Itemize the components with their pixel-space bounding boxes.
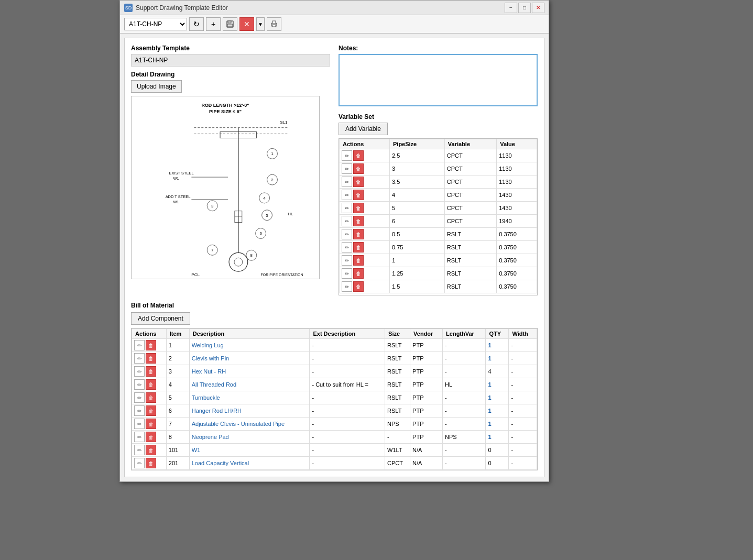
var-variable-cell: RSLT <box>444 254 496 267</box>
restore-button[interactable]: □ <box>518 3 531 13</box>
var-edit-button[interactable]: ✏ <box>342 242 352 252</box>
add-component-button[interactable]: Add Component <box>131 312 190 325</box>
notes-label: Notes: <box>339 45 538 52</box>
bom-delete-button[interactable]: 🗑 <box>146 379 156 390</box>
bom-edit-button[interactable]: ✏ <box>134 353 145 364</box>
var-edit-button[interactable]: ✏ <box>342 281 352 292</box>
bom-size-cell: RSLT <box>385 365 410 378</box>
var-edit-button[interactable]: ✏ <box>342 190 352 200</box>
bom-description-cell: W1 <box>189 444 310 457</box>
variable-row: ✏ 🗑 1 RSLT 0.3750 <box>340 254 537 267</box>
variable-table: Actions PipeSize Variable Value ✏ 🗑 2.5 … <box>339 139 537 293</box>
bom-edit-button[interactable]: ✏ <box>134 405 145 416</box>
bom-delete-button[interactable]: 🗑 <box>146 445 156 455</box>
bom-vendor-cell: N/A <box>410 457 443 470</box>
var-pipesize-cell: 1 <box>390 254 445 267</box>
bom-delete-button[interactable]: 🗑 <box>146 458 156 468</box>
bom-row: ✏ 🗑 5 Turnbuckle - RSLT PTP - 1 - <box>132 391 537 404</box>
var-delete-button[interactable]: 🗑 <box>353 203 364 213</box>
notes-textarea[interactable] <box>339 54 538 106</box>
var-delete-button[interactable]: 🗑 <box>353 242 364 252</box>
var-edit-button[interactable]: ✏ <box>342 216 352 226</box>
bom-ext-desc-cell: - <box>310 444 385 457</box>
assembly-template-label: Assembly Template <box>131 45 330 52</box>
bom-size-cell: RSLT <box>385 404 410 418</box>
var-delete-button[interactable]: 🗑 <box>353 190 364 200</box>
var-delete-button[interactable]: 🗑 <box>353 229 364 239</box>
var-delete-button[interactable]: 🗑 <box>353 255 364 266</box>
bom-delete-button[interactable]: 🗑 <box>146 340 156 350</box>
var-actions-cell: ✏ 🗑 <box>340 241 390 254</box>
bom-edit-button[interactable]: ✏ <box>134 340 145 350</box>
svg-text:ADD T STEEL: ADD T STEEL <box>166 194 191 199</box>
minimize-button[interactable]: − <box>505 3 517 13</box>
svg-text:5: 5 <box>266 213 268 218</box>
bom-edit-button[interactable]: ✏ <box>134 419 145 429</box>
bom-width-cell: - <box>509 444 537 457</box>
var-value-cell: 1940 <box>497 215 537 228</box>
template-select[interactable]: A1T-CH-NP <box>124 18 187 30</box>
bom-vendor-cell: PTP <box>410 365 443 378</box>
detail-drawing-label: Detail Drawing <box>131 71 330 78</box>
variable-row: ✏ 🗑 5 CPCT 1430 <box>340 202 537 215</box>
svg-rect-6 <box>132 96 319 279</box>
var-delete-button[interactable]: 🗑 <box>353 177 364 187</box>
bom-delete-button[interactable]: 🗑 <box>146 353 156 364</box>
var-edit-button[interactable]: ✏ <box>342 268 352 279</box>
bom-col-size: Size <box>385 329 410 339</box>
var-variable-cell: CPCT <box>444 162 496 175</box>
var-actions-cell: ✏ 🗑 <box>340 280 390 293</box>
bom-edit-button[interactable]: ✏ <box>134 366 145 377</box>
bom-width-cell: - <box>509 339 537 352</box>
add-variable-button[interactable]: Add Variable <box>339 123 388 135</box>
var-edit-button[interactable]: ✏ <box>342 203 352 213</box>
assembly-template-input[interactable] <box>131 54 330 67</box>
print-button[interactable] <box>267 17 281 31</box>
bom-size-cell: W1LT <box>385 444 410 457</box>
bom-ext-desc-cell: - <box>310 339 385 352</box>
var-delete-button[interactable]: 🗑 <box>353 281 364 292</box>
refresh-button[interactable]: ↻ <box>189 17 204 31</box>
bom-edit-button[interactable]: ✏ <box>134 379 145 390</box>
bom-delete-button[interactable]: 🗑 <box>146 432 156 442</box>
bom-edit-button[interactable]: ✏ <box>134 445 145 455</box>
bom-edit-button[interactable]: ✏ <box>134 458 145 468</box>
bom-width-cell: - <box>509 352 537 365</box>
bom-delete-button[interactable]: 🗑 <box>146 392 156 403</box>
var-delete-button[interactable]: 🗑 <box>353 150 364 161</box>
bom-description-cell: Hex Nut - RH <box>189 365 310 378</box>
bom-size-cell: RSLT <box>385 391 410 404</box>
var-edit-button[interactable]: ✏ <box>342 150 352 161</box>
upload-image-button[interactable]: Upload Image <box>131 80 182 93</box>
cancel-button[interactable]: ✕ <box>239 17 254 31</box>
bom-width-cell: - <box>509 457 537 470</box>
add-button[interactable]: + <box>206 17 221 31</box>
dropdown-arrow-button[interactable]: ▼ <box>256 17 265 31</box>
bom-actions-cell: ✏ 🗑 <box>132 352 167 365</box>
bom-width-cell: - <box>509 378 537 391</box>
var-edit-button[interactable]: ✏ <box>342 229 352 239</box>
var-edit-button[interactable]: ✏ <box>342 255 352 266</box>
var-variable-cell: CPCT <box>444 149 496 162</box>
bom-edit-button[interactable]: ✏ <box>134 392 145 403</box>
variable-row: ✏ 🗑 3.5 CPCT 1130 <box>340 175 537 189</box>
bom-row: ✏ 🗑 201 Load Capacity Vertical - CPCT N/… <box>132 457 537 470</box>
var-variable-cell: CPCT <box>444 202 496 215</box>
bom-lengthvar-cell: - <box>443 352 486 365</box>
var-edit-button[interactable]: ✏ <box>342 163 352 174</box>
var-edit-button[interactable]: ✏ <box>342 177 352 187</box>
var-delete-button[interactable]: 🗑 <box>353 268 364 279</box>
bom-delete-button[interactable]: 🗑 <box>146 366 156 377</box>
bom-vendor-cell: PTP <box>410 352 443 365</box>
close-button[interactable]: ✕ <box>532 3 544 13</box>
var-variable-cell: CPCT <box>444 215 496 228</box>
bom-delete-button[interactable]: 🗑 <box>146 419 156 429</box>
bom-delete-button[interactable]: 🗑 <box>146 405 156 416</box>
var-delete-button[interactable]: 🗑 <box>353 163 364 174</box>
var-delete-button[interactable]: 🗑 <box>353 216 364 226</box>
save-button[interactable] <box>223 17 237 31</box>
variable-row: ✏ 🗑 6 CPCT 1940 <box>340 215 537 228</box>
variable-row: ✏ 🗑 4 CPCT 1430 <box>340 189 537 202</box>
bom-edit-button[interactable]: ✏ <box>134 432 145 442</box>
bom-table: Actions Item Description Ext Description… <box>132 328 537 470</box>
